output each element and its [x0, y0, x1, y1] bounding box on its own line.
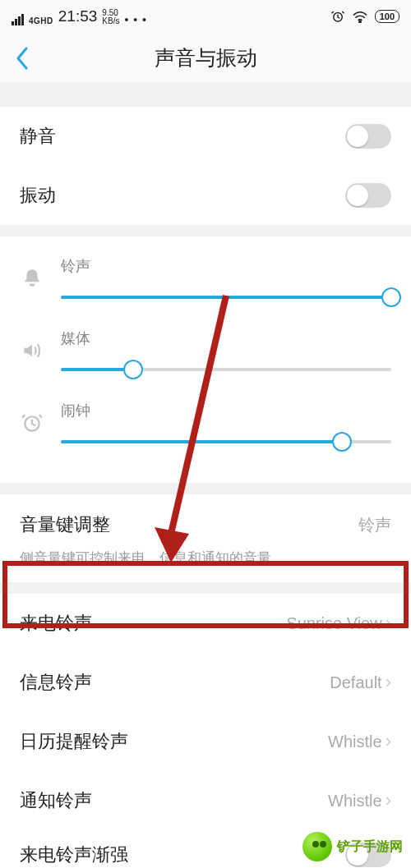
media-slider-row: 媒体 [20, 320, 391, 393]
call-ringtone-label: 来电铃声 [20, 611, 92, 636]
volume-key-value: 铃声 [358, 514, 391, 536]
notify-ringtone-row[interactable]: 通知铃声 Whistle› [0, 771, 411, 830]
more-icon: • • • [124, 14, 146, 25]
chevron-right-icon: › [386, 731, 391, 752]
vibrate-row[interactable]: 振动 [0, 166, 411, 225]
ringtone-slider-row: 铃声 [20, 248, 391, 320]
back-button[interactable] [8, 44, 36, 72]
silent-toggle[interactable] [345, 124, 391, 149]
net-speed-bot: KB/s [102, 16, 119, 25]
clock-icon [20, 406, 44, 440]
ringtone-slider[interactable] [61, 286, 391, 309]
chevron-right-icon: › [386, 613, 391, 634]
divider [0, 582, 411, 594]
watermark-logo [302, 832, 332, 861]
status-bar: 4GHD 21:53 9.50 KB/s • • • 100 [0, 0, 411, 33]
toggle-knob [347, 126, 368, 147]
silent-row[interactable]: 静音 [0, 107, 411, 166]
chevron-right-icon: › [386, 672, 391, 693]
wifi-icon [352, 10, 368, 23]
battery-icon: 100 [375, 10, 399, 23]
chevron-right-icon: › [386, 790, 391, 811]
volume-key-section[interactable]: 音量键调整 铃声 侧音量键可控制来电、信息和通知的音量。 [0, 494, 411, 582]
alarm-slider[interactable] [61, 430, 391, 453]
volume-key-label: 音量键调整 [20, 512, 110, 537]
alarm-slider-label: 闹钟 [61, 401, 391, 420]
volume-sliders: 铃声 媒体 闹钟 [0, 237, 411, 483]
divider [0, 483, 411, 494]
calendar-ringtone-label: 日历提醒铃声 [20, 729, 128, 754]
vibrate-toggle[interactable] [345, 183, 391, 208]
page-title: 声音与振动 [0, 44, 411, 71]
silent-label: 静音 [20, 124, 56, 149]
msg-ringtone-value: Default [330, 673, 381, 692]
volume-key-note: 侧音量键可控制来电、信息和通知的音量。 [20, 549, 391, 567]
bell-icon [20, 261, 44, 296]
msg-ringtone-label: 信息铃声 [20, 670, 92, 695]
page-header: 声音与振动 [0, 33, 411, 82]
msg-ringtone-row[interactable]: 信息铃声 Default› [0, 653, 411, 712]
net-speed: 9.50 KB/s [102, 9, 119, 25]
watermark-text: 铲子手游网 [337, 838, 403, 856]
status-left: 4GHD 21:53 9.50 KB/s • • • [12, 7, 147, 25]
svg-point-1 [359, 21, 361, 22]
calendar-ringtone-value: Whistle [328, 733, 382, 751]
media-slider-label: 媒体 [61, 328, 391, 348]
clock: 21:53 [58, 7, 98, 25]
alarm-slider-row: 闹钟 [20, 393, 391, 465]
gradual-ring-label: 来电铃声渐强 [20, 843, 128, 867]
signal-icon [12, 14, 24, 25]
watermark: 铲子手游网 [302, 832, 403, 861]
calendar-ringtone-row[interactable]: 日历提醒铃声 Whistle› [0, 712, 411, 771]
call-ringtone-row[interactable]: 来电铃声 Sunrise View› [0, 594, 411, 653]
status-right: 100 [330, 9, 399, 24]
speaker-icon [20, 333, 44, 368]
divider [0, 225, 411, 237]
vibrate-label: 振动 [20, 183, 56, 208]
toggle-knob [347, 185, 368, 206]
notify-ringtone-label: 通知铃声 [20, 788, 92, 813]
alarm-status-icon [330, 9, 345, 24]
call-ringtone-value: Sunrise View [286, 614, 381, 633]
media-slider[interactable] [61, 358, 391, 381]
divider [0, 82, 411, 107]
notify-ringtone-value: Whistle [328, 792, 382, 811]
ringtone-slider-label: 铃声 [61, 256, 391, 276]
network-label: 4GHD [29, 16, 53, 25]
